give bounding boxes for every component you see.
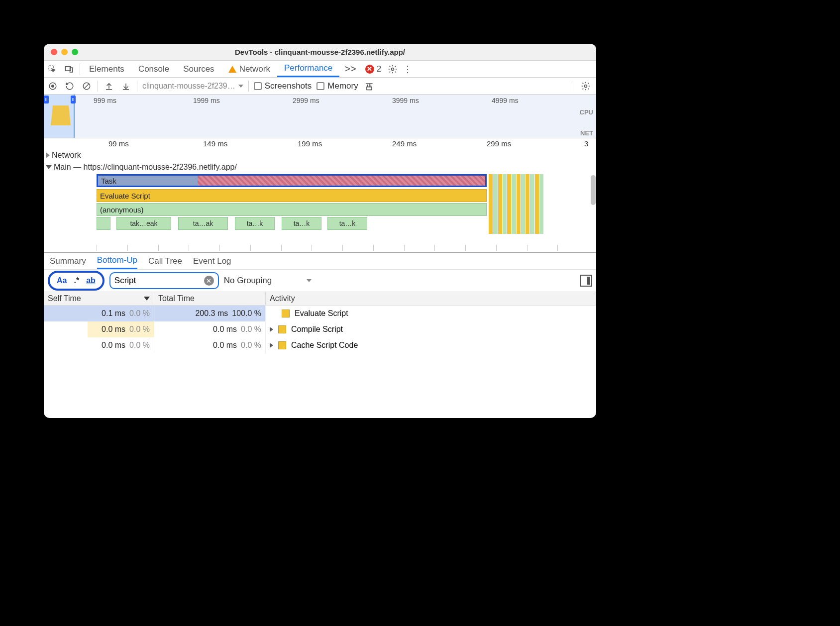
table-row[interactable]: 0.0 ms0.0 % 0.0 ms0.0 % Compile Script: [44, 321, 596, 337]
titlebar: DevTools - clinquant-mousse-2f2396.netli…: [44, 44, 596, 61]
flame-cluster[interactable]: [489, 174, 543, 234]
clear-filter-icon[interactable]: ✕: [204, 276, 214, 286]
detail-tabstrip: Summary Bottom-Up Call Tree Event Log: [44, 252, 596, 270]
performance-toolbar: clinquant-mousse-2f239… Screenshots Memo…: [44, 78, 596, 95]
capture-settings-gear-icon[interactable]: [578, 81, 593, 91]
flame-child-bar[interactable]: ta…k: [327, 217, 367, 230]
column-self-time[interactable]: Self Time: [44, 292, 154, 305]
flame-child-bar[interactable]: ta…k: [235, 217, 275, 230]
flame-child-bar[interactable]: ta…k: [282, 217, 321, 230]
tab-network[interactable]: Network: [221, 61, 277, 77]
flame-child-bar[interactable]: tak…eak: [116, 217, 171, 230]
color-swatch-icon: [282, 310, 290, 317]
tab-performance[interactable]: Performance: [277, 61, 339, 77]
collapse-arrow-icon[interactable]: [46, 165, 52, 169]
flame-evaluate-script-bar[interactable]: Evaluate Script: [97, 189, 487, 202]
svg-rect-8: [367, 87, 372, 90]
tab-elements[interactable]: Elements: [82, 61, 131, 77]
error-badge[interactable]: ✕ 2: [361, 64, 385, 74]
reload-button[interactable]: [64, 80, 76, 92]
regex-button[interactable]: .*: [74, 276, 79, 285]
ruler-tick: 199 ms: [298, 139, 322, 148]
flame-scrollbar[interactable]: [590, 173, 596, 252]
filter-value: Script: [114, 276, 136, 286]
match-case-button[interactable]: Aa: [57, 276, 67, 285]
column-activity[interactable]: Activity: [266, 292, 596, 305]
flame-anonymous-bar[interactable]: (anonymous): [97, 203, 487, 216]
kebab-menu-icon[interactable]: ⋮: [400, 64, 415, 75]
tab-event-log[interactable]: Event Log: [193, 253, 231, 269]
separator: [98, 81, 98, 92]
selection-handle-left[interactable]: II: [44, 96, 49, 104]
tab-console[interactable]: Console: [131, 61, 176, 77]
tab-network-label: Network: [239, 64, 270, 74]
overview-tick: 2999 ms: [293, 97, 319, 104]
tab-sources[interactable]: Sources: [176, 61, 221, 77]
close-window-button[interactable]: [51, 49, 57, 55]
selection-handle-right[interactable]: II: [71, 96, 76, 104]
flame-child-bar[interactable]: [97, 217, 110, 230]
tab-summary[interactable]: Summary: [50, 253, 86, 269]
separator: [137, 81, 137, 92]
svg-point-3: [392, 68, 394, 70]
color-swatch-icon: [278, 325, 286, 333]
table-row[interactable]: 0.0 ms0.0 % 0.0 ms0.0 % Cache Script Cod…: [44, 337, 596, 353]
inspect-element-icon[interactable]: [44, 61, 61, 77]
dropdown-caret-icon: [307, 279, 312, 282]
table-header: Self Time Total Time Activity: [44, 292, 596, 306]
cpu-label: CPU: [580, 108, 593, 116]
expand-row-icon[interactable]: [270, 327, 273, 332]
network-lane-header[interactable]: Network: [44, 149, 596, 161]
main-tabstrip: Elements Console Sources Network Perform…: [44, 61, 596, 78]
window-title: DevTools - clinquant-mousse-2f2396.netli…: [44, 48, 596, 56]
svg-point-5: [51, 85, 54, 88]
timeline-overview[interactable]: II II 999 ms 1999 ms 2999 ms 3999 ms 499…: [44, 95, 596, 138]
table-row[interactable]: 0.1 ms0.0 % 200.3 ms100.0 % Evaluate Scr…: [44, 306, 596, 321]
settings-gear-icon[interactable]: [385, 64, 400, 74]
column-total-time[interactable]: Total Time: [154, 292, 266, 305]
expand-row-icon[interactable]: [270, 343, 273, 348]
download-icon[interactable]: [120, 80, 132, 92]
error-count: 2: [377, 64, 381, 74]
memory-label: Memory: [327, 81, 358, 91]
screenshots-checkbox[interactable]: Screenshots: [254, 81, 312, 91]
flame-task-label: Task: [101, 177, 116, 185]
time-ruler: 99 ms 149 ms 199 ms 249 ms 299 ms 3: [44, 138, 596, 149]
flame-chart[interactable]: Task Evaluate Script (anonymous) tak…eak…: [44, 173, 596, 252]
clear-button[interactable]: [81, 80, 93, 92]
expand-arrow-icon[interactable]: [46, 152, 50, 158]
overview-tick: 1999 ms: [193, 97, 220, 104]
tab-bottom-up[interactable]: Bottom-Up: [97, 253, 137, 269]
ruler-tick: 3: [584, 139, 588, 148]
flame-ticks: [97, 245, 588, 251]
flame-task-bar[interactable]: Task: [97, 174, 487, 187]
scrollbar-thumb[interactable]: [591, 175, 596, 205]
overview-tick: 999 ms: [94, 97, 116, 104]
minimize-window-button[interactable]: [61, 49, 68, 55]
more-tabs-button[interactable]: >>: [339, 63, 361, 75]
overview-selection[interactable]: II II: [44, 95, 75, 138]
recording-select-label: clinquant-mousse-2f239…: [142, 82, 235, 91]
dropdown-caret-icon: [238, 85, 243, 88]
flame-child-bar[interactable]: ta…ak: [178, 217, 228, 230]
tab-call-tree[interactable]: Call Tree: [148, 253, 182, 269]
main-lane-header[interactable]: Main — https://clinquant-mousse-2f2396.n…: [44, 161, 596, 173]
collect-garbage-icon[interactable]: [363, 80, 375, 92]
grouping-label: No Grouping: [224, 276, 272, 286]
long-task-hatch: [198, 176, 485, 186]
ruler-tick: 99 ms: [108, 139, 129, 148]
recording-select[interactable]: clinquant-mousse-2f239…: [142, 82, 243, 91]
device-toolbar-icon[interactable]: [61, 61, 78, 77]
upload-icon[interactable]: [103, 80, 115, 92]
zoom-window-button[interactable]: [72, 49, 78, 55]
grouping-select[interactable]: No Grouping: [224, 276, 312, 286]
filter-input[interactable]: Script ✕: [109, 272, 219, 289]
whole-word-button[interactable]: ab: [86, 276, 96, 285]
record-button[interactable]: [47, 80, 59, 92]
overview-tick: 4999 ms: [492, 97, 519, 104]
separator: [248, 81, 249, 92]
memory-checkbox[interactable]: Memory: [316, 81, 358, 91]
sort-desc-icon: [144, 297, 150, 301]
toggle-side-panel-icon[interactable]: [580, 275, 592, 287]
color-swatch-icon: [278, 341, 286, 349]
